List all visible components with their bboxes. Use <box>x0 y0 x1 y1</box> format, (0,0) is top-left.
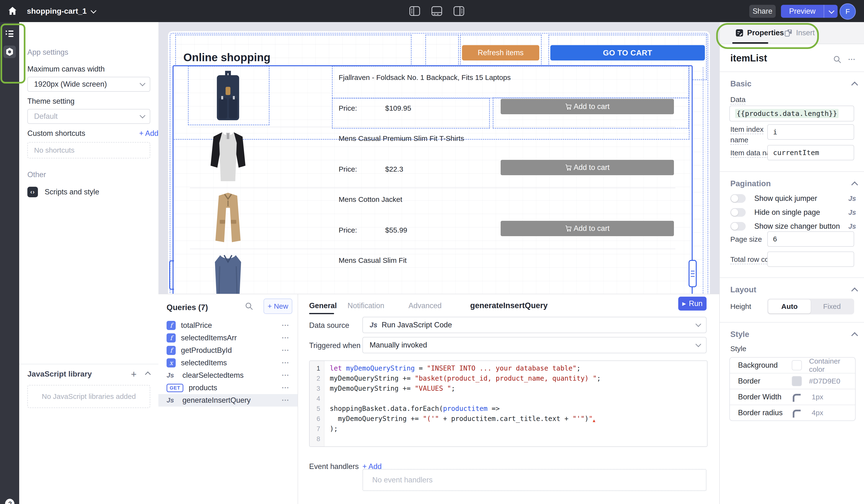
price-value: $109.95 <box>385 104 411 112</box>
query-menu-icon[interactable]: ••• <box>282 373 289 378</box>
query-menu-icon[interactable]: ••• <box>282 385 289 391</box>
product-row[interactable]: Mens Casual Premium Slim Fit T-ShirtsPri… <box>173 127 692 188</box>
add-to-cart-button[interactable]: Add to cart <box>501 160 674 175</box>
code-editor[interactable]: 12345678 let myDemoQueryString = "INSERT… <box>309 360 708 447</box>
settings-gear-icon[interactable] <box>3 46 16 58</box>
insert-icon <box>784 28 793 37</box>
resize-handle-left[interactable] <box>169 261 174 290</box>
canvas-page[interactable]: Online shopping Refresh items GO TO CART… <box>168 31 710 294</box>
price-label: Price: <box>339 104 357 112</box>
query-menu-icon[interactable]: ••• <box>282 360 289 365</box>
query-menu-icon[interactable]: ••• <box>282 336 289 340</box>
code-lines[interactable]: let myDemoQueryString = "INSERT INTO ...… <box>324 361 707 446</box>
product-row[interactable]: Mens Cotton JacketPrice:$55.99Add to car… <box>173 188 692 249</box>
js-badge-icon[interactable]: Js <box>848 223 856 230</box>
query-list-item[interactable]: fgetProductById••• <box>158 344 298 357</box>
page-size-input[interactable]: 6 <box>767 231 854 247</box>
item-index-label-1: Item index <box>730 125 764 133</box>
height-label: Height <box>730 302 751 311</box>
style-row-value[interactable]: 1px <box>812 393 823 401</box>
style-row-value[interactable]: Container color <box>809 357 847 373</box>
style-row-value[interactable]: #D7D9E0 <box>809 377 840 385</box>
query-list-item[interactable]: JsclearSelectedtems••• <box>158 369 298 382</box>
toggle-left-panel-icon[interactable] <box>408 4 421 18</box>
query-list-item[interactable]: GETproducts••• <box>158 382 298 394</box>
tab-properties[interactable]: Properties <box>735 22 784 44</box>
layout-collapse-icon[interactable] <box>851 288 858 294</box>
avatar[interactable]: F <box>840 3 856 20</box>
page-tree-icon[interactable] <box>3 27 16 39</box>
query-name: getProductById <box>181 346 232 355</box>
js-badge-icon[interactable]: Js <box>848 195 856 203</box>
item-data-name-input[interactable]: currentItem <box>767 145 854 160</box>
pagination-toggle-row: Show quick jumperJs <box>730 193 856 204</box>
js-library-add-icon[interactable]: + <box>131 371 136 378</box>
height-auto-option[interactable]: Auto <box>768 300 811 313</box>
pagination-collapse-icon[interactable] <box>851 181 858 188</box>
query-list-item[interactable]: ftotalPrice••• <box>158 319 298 332</box>
product-row[interactable]: Mens Casual Slim Fit <box>173 249 692 294</box>
style-row-value[interactable]: 4px <box>812 409 823 417</box>
scripts-and-style-item[interactable]: ‹› Scripts and style <box>27 187 99 197</box>
refresh-items-button[interactable]: Refresh items <box>462 45 539 60</box>
theme-label: Theme setting <box>27 97 74 106</box>
color-swatch[interactable] <box>792 360 802 370</box>
preview-dropdown[interactable] <box>824 5 838 18</box>
cart-icon <box>565 103 572 110</box>
add-to-cart-button[interactable]: Add to cart <box>501 221 674 236</box>
item-index-input[interactable]: i <box>767 124 854 140</box>
go-to-cart-button[interactable]: GO TO CART <box>550 45 705 60</box>
panel-toggles <box>408 4 466 18</box>
height-fixed-option[interactable]: Fixed <box>811 300 853 313</box>
query-list-item[interactable]: fselectedItemsArr••• <box>158 332 298 344</box>
add-to-cart-label: Add to cart <box>574 224 610 233</box>
query-menu-icon[interactable]: ••• <box>282 348 289 353</box>
total-row-count-input[interactable] <box>767 252 854 267</box>
inspector-search-icon[interactable] <box>832 55 842 64</box>
js-library-collapse-icon[interactable] <box>145 372 151 377</box>
query-search-icon[interactable] <box>244 301 254 311</box>
toggle-label: Show size changer button <box>754 222 840 231</box>
toggle-switch-off[interactable] <box>730 194 746 203</box>
js-badge-icon[interactable]: Js <box>848 208 856 216</box>
resize-handle-right[interactable] <box>688 260 697 287</box>
toggle-switch-off[interactable] <box>730 208 746 217</box>
style-collapse-icon[interactable] <box>851 332 858 339</box>
query-menu-icon[interactable]: ••• <box>282 323 289 328</box>
query-name: products <box>189 384 217 392</box>
toggle-bottom-panel-icon[interactable] <box>430 4 444 18</box>
style-group: BackgroundContainer colorBorder#D7D9E0Bo… <box>729 357 856 421</box>
trigger-select[interactable]: Manually invoked <box>362 337 707 353</box>
divider <box>720 72 864 72</box>
query-list-item[interactable]: xselectedItems••• <box>158 357 298 369</box>
canvas-width-select[interactable]: 1920px (Wide screen) <box>27 77 150 92</box>
new-query-button[interactable]: + New <box>264 299 292 314</box>
query-name: totalPrice <box>181 321 212 330</box>
basic-collapse-icon[interactable] <box>851 82 858 88</box>
data-input[interactable]: {{products.data.length}} <box>729 106 854 121</box>
height-segmented-control[interactable]: Auto Fixed <box>767 299 854 314</box>
color-swatch[interactable] <box>792 376 802 386</box>
theme-select[interactable]: Default <box>27 109 150 124</box>
toggle-right-panel-icon[interactable] <box>452 4 466 18</box>
preview-button[interactable]: Preview <box>781 5 838 18</box>
query-menu-icon[interactable]: ••• <box>282 398 289 403</box>
data-source-select[interactable]: Js Run JavaScript Code <box>362 317 707 333</box>
shortcuts-add-button[interactable]: + Add <box>130 129 158 138</box>
add-to-cart-button[interactable]: Add to cart <box>501 99 674 114</box>
app-name-menu[interactable]: shopping-cart_1 <box>27 0 95 22</box>
canvas-title[interactable]: Online shopping <box>183 51 271 64</box>
divider <box>720 277 864 278</box>
inspector-panel: Properties Insert itemList ••• Basic Dat… <box>719 22 864 504</box>
top-bar: shopping-cart_1 Share Preview F <box>0 0 864 22</box>
help-icon[interactable]: ? <box>4 498 16 504</box>
query-list-item-selected[interactable]: JsgenerateInsertQuery••• <box>158 394 298 407</box>
tab-insert[interactable]: Insert <box>784 22 815 44</box>
product-row[interactable]: Fjallraven - Foldsack No. 1 Backpack, Fi… <box>173 66 692 127</box>
item-list-component[interactable]: Fjallraven - Foldsack No. 1 Backpack, Fi… <box>172 65 693 294</box>
home-icon[interactable] <box>6 5 19 17</box>
share-button[interactable]: Share <box>749 5 776 18</box>
run-button[interactable]: ▶ Run <box>678 297 707 311</box>
component-menu-icon[interactable]: ••• <box>848 57 856 62</box>
toggle-switch-off[interactable] <box>730 222 746 231</box>
